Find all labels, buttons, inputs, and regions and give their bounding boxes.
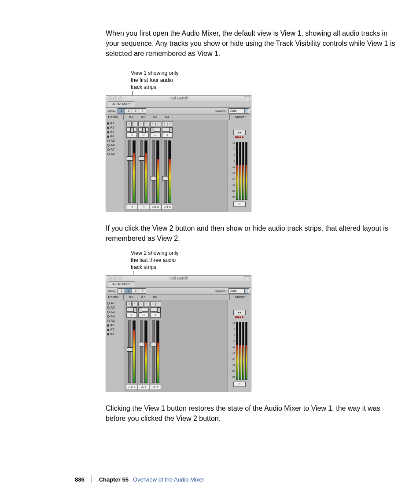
mute-button[interactable]: ◂ xyxy=(138,121,144,126)
level-readout[interactable]: 0 xyxy=(138,205,149,210)
tracks-header: Tracks xyxy=(106,294,124,300)
pan-value[interactable]: 1 xyxy=(150,313,161,318)
minimize-icon[interactable] xyxy=(113,276,117,280)
clip-led-icon xyxy=(242,136,243,138)
volume-fader[interactable] xyxy=(164,140,167,203)
volume-fader[interactable] xyxy=(152,140,155,203)
window-title: Tool Bench xyxy=(169,276,188,280)
track-row[interactable]: A7 xyxy=(107,327,123,332)
solo-button[interactable]: ∩ xyxy=(144,121,149,126)
solo-button[interactable]: ∩ xyxy=(132,121,137,126)
master-panel: ▸◂ 12 6 0 -6 -12 -18 -24 -42 -60 -96 xyxy=(228,120,251,212)
pan-slider[interactable] xyxy=(138,307,149,312)
level-readout[interactable]: -31.6 xyxy=(162,205,173,210)
mute-button[interactable]: ◂ xyxy=(126,302,132,306)
track-row[interactable]: A8 xyxy=(107,332,123,336)
zoom-icon[interactable] xyxy=(118,276,122,280)
view-button-3[interactable]: 3 xyxy=(132,288,139,294)
mute-button[interactable]: ◂ xyxy=(150,121,155,126)
strip-header: A7 xyxy=(137,294,149,300)
callout: View 2 showing only the last three audio… xyxy=(131,250,192,271)
window-titlebar: Tool Bench xyxy=(106,96,251,101)
source-select[interactable]: Auto xyxy=(228,108,249,114)
solo-button[interactable]: ∩ xyxy=(144,302,149,306)
view-button-2[interactable]: 2 xyxy=(125,288,132,294)
master-readout[interactable]: 0 xyxy=(233,382,246,387)
master-meter xyxy=(242,142,244,200)
track-row[interactable]: A2 xyxy=(107,125,123,130)
view-button-2[interactable]: 2 xyxy=(125,108,132,114)
level-readout[interactable]: -6.7 xyxy=(150,385,161,390)
level-readout[interactable]: -31.6 xyxy=(150,205,161,210)
channel-strip: ◂∩ -1 -6.7 xyxy=(138,301,150,391)
master-scale: 12 6 0 -6 -12 -18 -24 -42 -60 -96 xyxy=(232,322,236,379)
tracks-header: Tracks xyxy=(106,114,124,120)
level-readout[interactable]: -14.1 xyxy=(126,385,137,390)
track-row[interactable]: A5 xyxy=(107,319,123,323)
volume-fader[interactable] xyxy=(140,320,143,383)
mute-button[interactable]: ◂ xyxy=(150,302,155,306)
mixer-window-view1: Tool Bench Audio Mixer View: 1 2 3 4 Sou… xyxy=(106,95,251,211)
track-row[interactable]: A1 xyxy=(107,121,123,125)
track-row[interactable]: A7 xyxy=(107,147,123,152)
track-row[interactable]: A6 xyxy=(107,323,123,327)
mute-button[interactable]: ◂ xyxy=(138,302,144,306)
track-row[interactable]: A2 xyxy=(107,305,123,310)
view-button-4[interactable]: 4 xyxy=(139,288,146,294)
track-row[interactable]: A1 xyxy=(107,301,123,305)
solo-button[interactable]: ∩ xyxy=(168,121,173,126)
pan-value[interactable]: -1 xyxy=(138,313,149,318)
track-row[interactable]: A3 xyxy=(107,310,123,314)
solo-button[interactable]: ∩ xyxy=(132,302,137,306)
source-select[interactable]: Auto xyxy=(228,288,249,294)
track-row[interactable]: A5 xyxy=(107,139,123,143)
master-readout[interactable]: 0 xyxy=(233,202,246,207)
window-controls[interactable] xyxy=(108,276,122,280)
view-button-4[interactable]: 4 xyxy=(139,108,146,114)
pan-slider[interactable] xyxy=(150,127,161,132)
level-readout[interactable]: 0 xyxy=(126,205,137,210)
track-row[interactable]: A4 xyxy=(107,314,123,319)
track-row[interactable]: A3 xyxy=(107,130,123,134)
volume-fader[interactable] xyxy=(128,320,131,383)
track-row[interactable]: A6 xyxy=(107,143,123,147)
channel-strip: ◂∩ 1 -31.6 xyxy=(162,121,173,211)
volume-fader[interactable] xyxy=(152,320,155,383)
close-icon[interactable] xyxy=(108,96,112,100)
solo-button[interactable]: ∩ xyxy=(156,302,161,306)
pan-slider[interactable] xyxy=(126,127,137,132)
zoom-icon[interactable] xyxy=(118,96,122,100)
window-controls[interactable] xyxy=(108,96,122,100)
pan-value[interactable]: 1 xyxy=(126,313,137,318)
pan-slider[interactable] xyxy=(150,307,161,312)
minimize-icon[interactable] xyxy=(113,96,117,100)
toolbar-toggle[interactable] xyxy=(244,276,250,281)
pan-value[interactable]: -1 xyxy=(150,132,161,138)
solo-button[interactable]: ∩ xyxy=(156,121,161,126)
track-row[interactable]: A4 xyxy=(107,134,123,139)
view-button-3[interactable]: 3 xyxy=(132,108,139,114)
level-readout[interactable]: -6.7 xyxy=(138,385,149,390)
volume-fader[interactable] xyxy=(128,140,131,203)
tab-audio-mixer[interactable]: Audio Mixer xyxy=(108,281,135,287)
strip-header-row: Tracks A6 A7 A8 Master xyxy=(106,294,251,300)
pan-slider[interactable] xyxy=(138,127,149,132)
master-mute-button[interactable]: ▸◂ xyxy=(233,310,246,315)
pan-value[interactable]: 0 xyxy=(138,132,149,138)
tab-audio-mixer[interactable]: Audio Mixer xyxy=(108,101,135,107)
track-row[interactable]: A8 xyxy=(107,152,123,156)
view-button-1[interactable]: 1 xyxy=(118,108,125,114)
toolbar-toggle[interactable] xyxy=(244,96,250,101)
pan-slider[interactable] xyxy=(126,307,137,312)
master-mute-button[interactable]: ▸◂ xyxy=(233,130,246,135)
pan-value[interactable]: 0 xyxy=(126,132,137,138)
pan-value[interactable]: 1 xyxy=(162,132,173,138)
volume-fader[interactable] xyxy=(140,140,143,203)
dot-hollow-icon xyxy=(107,144,110,147)
view-button-1[interactable]: 1 xyxy=(118,288,125,294)
pan-slider[interactable] xyxy=(162,127,173,132)
mute-button[interactable]: ◂ xyxy=(126,121,132,126)
master-meters: 12 6 0 -6 -12 -18 -24 -42 -60 -96 xyxy=(232,142,248,200)
close-icon[interactable] xyxy=(108,276,112,280)
mute-button[interactable]: ◂ xyxy=(162,121,167,126)
